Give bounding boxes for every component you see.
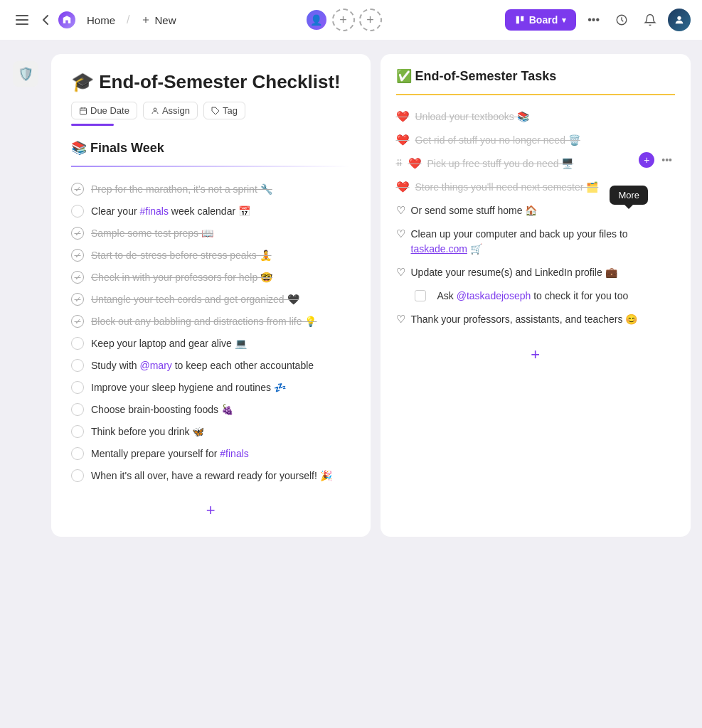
row-more-button[interactable]: ••• xyxy=(659,153,675,167)
section-title-text: 📚 Finals Week xyxy=(71,140,164,156)
task-item: Study with @mary to keep each other acco… xyxy=(71,355,351,377)
right-task-text: Get rid of stuff you no longer need 🗑️ xyxy=(415,133,676,148)
main-content: 🛡️ 🎓 End-of-Semester Checklist! Due Date xyxy=(0,40,702,551)
task-checkbox[interactable] xyxy=(71,359,84,372)
divider: / xyxy=(127,14,129,26)
new-label: New xyxy=(154,14,176,26)
home-button[interactable]: Home xyxy=(81,11,121,29)
right-panel: ✅ End-of-Semester Tasks More Unload your… xyxy=(381,54,691,537)
back-button[interactable] xyxy=(38,12,53,28)
task-item: Choose brain-boosting foods 🍇 xyxy=(71,399,351,421)
task-checkbox[interactable] xyxy=(71,183,84,196)
topnav-right: Board ▾ ••• xyxy=(505,9,691,31)
add-member-button[interactable]: + xyxy=(332,9,355,31)
task-checkbox[interactable] xyxy=(71,293,84,306)
drag-handle-icon[interactable]: ⠿ xyxy=(396,159,403,168)
mention-finals: #finals xyxy=(139,205,168,217)
task-text: Choose brain-boosting foods 🍇 xyxy=(91,402,351,417)
task-text: Keep your laptop and gear alive 💻 xyxy=(91,336,351,351)
svg-rect-7 xyxy=(80,108,87,114)
row-actions: + ••• xyxy=(639,152,675,168)
svg-rect-4 xyxy=(521,16,523,21)
hamburger-button[interactable] xyxy=(11,12,33,28)
task-text: Study with @mary to keep each other acco… xyxy=(91,358,351,373)
heart-outline-icon xyxy=(396,266,405,279)
heart-filled-icon xyxy=(396,134,410,146)
due-date-label: Due Date xyxy=(90,105,129,116)
new-button[interactable]: New xyxy=(135,11,181,29)
right-task-item: Update your resume(s) and LinkedIn profi… xyxy=(396,261,676,284)
add-task-button[interactable]: + xyxy=(206,501,216,520)
heart-outline-icon xyxy=(396,228,405,240)
task-item: Block out any babbling and distractions … xyxy=(71,311,351,333)
add-member-button-2[interactable]: + xyxy=(359,9,382,31)
mention-taskadejoseph: @taskadejoseph xyxy=(457,290,531,301)
chevron-down-icon: ▾ xyxy=(562,16,566,25)
left-sidebar: 🛡️ xyxy=(11,54,40,87)
taskade-link[interactable]: taskade.com xyxy=(411,243,467,255)
panel-title: 🎓 End-of-Semester Checklist! xyxy=(71,71,351,93)
right-task-text: Or send some stuff home 🏠 xyxy=(411,203,676,218)
mention-finals-2: #finals xyxy=(220,448,248,459)
due-date-button[interactable]: Due Date xyxy=(71,102,137,119)
task-checkbox[interactable] xyxy=(71,469,84,482)
svg-rect-2 xyxy=(16,23,28,25)
panel-toolbar: Due Date Assign Tag xyxy=(71,102,351,119)
board-button[interactable]: Board ▾ xyxy=(505,9,576,31)
row-add-button[interactable]: + xyxy=(639,152,654,168)
task-item: Clear your #finals week calendar 📅 xyxy=(71,200,351,223)
right-task-item: ⠿ Pick up free stuff you do need 🖥️ xyxy=(396,152,639,176)
task-text: Untangle your tech cords and get organiz… xyxy=(91,292,351,307)
heart-filled-icon xyxy=(408,157,422,170)
heart-filled-icon xyxy=(396,110,410,123)
assign-button[interactable]: Assign xyxy=(143,102,198,119)
svg-point-6 xyxy=(677,16,681,20)
task-checkbox[interactable] xyxy=(71,447,84,460)
task-checkbox[interactable] xyxy=(71,205,84,218)
right-add-task-row: + xyxy=(396,346,676,364)
task-checkbox[interactable] xyxy=(71,227,84,240)
heart-outline-icon xyxy=(396,204,405,217)
home-project-avatar xyxy=(58,11,75,28)
right-add-task-button[interactable]: + xyxy=(531,346,540,364)
svg-rect-0 xyxy=(16,15,28,16)
task-item: Check in with your professors for help 🤓 xyxy=(71,267,351,289)
task-text: Clear your #finals week calendar 📅 xyxy=(91,204,351,219)
task-checkbox[interactable] xyxy=(71,249,84,262)
task-checkbox[interactable] xyxy=(71,381,84,394)
task-text: Sample some test preps 📖 xyxy=(91,226,351,241)
section-underline xyxy=(71,166,351,167)
tag-button[interactable]: Tag xyxy=(203,102,245,119)
history-button[interactable] xyxy=(611,9,632,31)
task-text: Prep for the marathon, it's not a sprint… xyxy=(91,182,351,197)
sidebar-project-icon[interactable]: 🛡️ xyxy=(13,61,38,87)
task-item: Prep for the marathon, it's not a sprint… xyxy=(71,178,351,200)
right-task-text: Ask @taskadejoseph to check it for you t… xyxy=(437,289,676,304)
more-options-button[interactable]: ••• xyxy=(583,9,604,31)
right-task-item: Get rid of stuff you no longer need 🗑️ xyxy=(396,129,676,152)
heart-outline-icon xyxy=(396,313,405,326)
tag-label: Tag xyxy=(223,105,238,116)
task-checkbox[interactable] xyxy=(71,425,84,438)
right-task-text: Update your resume(s) and LinkedIn profi… xyxy=(411,265,676,280)
add-task-row: + xyxy=(71,501,351,520)
right-task-item-indent: Ask @taskadejoseph to check it for you t… xyxy=(396,284,676,308)
task-checkbox[interactable] xyxy=(71,271,84,284)
left-panel: 🎓 End-of-Semester Checklist! Due Date As… xyxy=(51,54,371,537)
right-task-text: Clean up your computer and back up your … xyxy=(411,227,676,257)
task-checkbox[interactable] xyxy=(71,315,84,328)
board-label: Board xyxy=(529,14,558,26)
user-profile-avatar[interactable] xyxy=(668,9,691,31)
section-title: 📚 Finals Week xyxy=(71,140,351,156)
task-checkbox-sq[interactable] xyxy=(415,290,426,301)
topnav-center: 👤 + + xyxy=(305,9,382,31)
assign-label: Assign xyxy=(162,105,190,116)
home-label: Home xyxy=(87,14,115,26)
task-text: Think before you drink 🦋 xyxy=(91,424,351,439)
user-avatar-1[interactable]: 👤 xyxy=(305,9,328,31)
task-item: Sample some test preps 📖 xyxy=(71,223,351,245)
notifications-button[interactable] xyxy=(639,9,661,31)
task-checkbox[interactable] xyxy=(71,403,84,416)
task-text: When it's all over, have a reward ready … xyxy=(91,469,351,483)
task-checkbox[interactable] xyxy=(71,337,84,350)
